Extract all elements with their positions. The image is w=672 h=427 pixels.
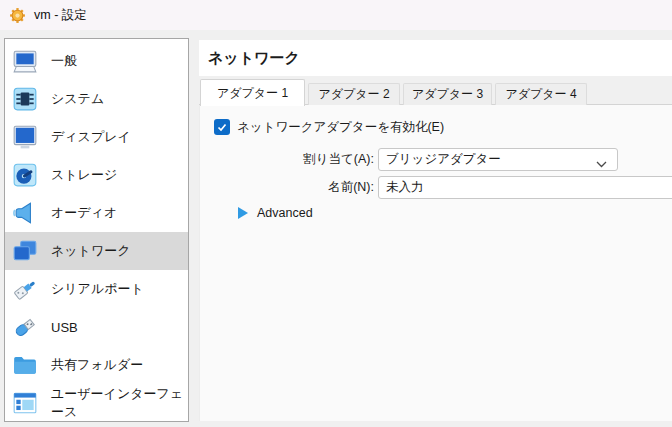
sidebar-item-network[interactable]: ネットワーク xyxy=(5,232,188,270)
window-title: vm - 設定 xyxy=(34,7,87,24)
audio-speaker-icon xyxy=(12,200,38,226)
system-chip-icon xyxy=(12,86,38,112)
name-value: 未入力 xyxy=(386,179,424,196)
enable-network-adapter-label: ネットワークアダプターを有効化(E) xyxy=(237,120,444,135)
sidebar-item-user-interface[interactable]: ユーザーインターフェース xyxy=(5,384,188,422)
advanced-label: Advanced xyxy=(257,206,313,220)
sidebar-item-label: ユーザーインターフェース xyxy=(51,385,188,421)
chevron-down-icon xyxy=(596,157,607,171)
attached-to-combobox[interactable]: ブリッジアダプター xyxy=(378,148,618,171)
advanced-expander[interactable]: Advanced xyxy=(238,204,313,222)
storage-disk-icon xyxy=(12,162,38,188)
sidebar-item-label: シリアルポート xyxy=(51,280,144,298)
tab-adapter-1[interactable]: アダプター 1 xyxy=(200,79,305,106)
tab-label: アダプター 4 xyxy=(505,86,576,103)
virtualbox-settings-gear-icon xyxy=(9,7,26,24)
sidebar-item-label: 一般 xyxy=(51,52,77,70)
attached-to-label: 割り当て(A): xyxy=(200,148,374,171)
adapter-tabbar: アダプター 1 アダプター 2 アダプター 3 アダプター 4 xyxy=(199,76,672,105)
sidebar-item-usb[interactable]: USB xyxy=(5,308,188,346)
attached-to-value: ブリッジアダプター xyxy=(386,151,501,168)
enable-network-adapter-checkbox[interactable] xyxy=(214,119,230,135)
sidebar-item-storage[interactable]: ストレージ xyxy=(5,156,188,194)
serial-port-plug-icon xyxy=(12,276,38,302)
sidebar-item-shared-folders[interactable]: 共有フォルダー xyxy=(5,346,188,384)
page-title-text: ネットワーク xyxy=(208,49,300,68)
name-label: 名前(N): xyxy=(200,176,374,199)
adapter1-panel: ネットワークアダプターを有効化(E) 割り当て(A): ブリッジアダプター 名前… xyxy=(199,105,672,421)
tab-label: アダプター 1 xyxy=(217,85,288,102)
sidebar-item-label: オーディオ xyxy=(51,204,117,222)
sidebar-item-general[interactable]: 一般 xyxy=(5,42,188,80)
general-monitor-icon xyxy=(12,48,38,74)
checkmark-icon xyxy=(216,121,228,133)
sidebar-item-label: ディスプレイ xyxy=(51,128,131,146)
sidebar-item-label: USB xyxy=(51,320,78,335)
sidebar-item-serial-ports[interactable]: シリアルポート xyxy=(5,270,188,308)
tab-label: アダプター 2 xyxy=(318,86,389,103)
sidebar-item-label: ネットワーク xyxy=(51,242,131,260)
usb-plug-icon xyxy=(12,314,38,340)
settings-category-list: 一般 システム ディスプレイ ストレージ オーディオ ネットワーク xyxy=(4,38,189,422)
window-titlebar: vm - 設定 xyxy=(0,0,672,30)
display-monitor-icon xyxy=(12,124,38,150)
expander-arrow-icon xyxy=(238,207,248,219)
tab-adapter-4[interactable]: アダプター 4 xyxy=(495,83,587,105)
tab-label: アダプター 3 xyxy=(412,86,483,103)
sidebar-item-display[interactable]: ディスプレイ xyxy=(5,118,188,156)
name-combobox[interactable]: 未入力 xyxy=(378,176,672,199)
sidebar-item-label: ストレージ xyxy=(51,166,117,184)
network-monitors-icon xyxy=(12,238,38,264)
page-title: ネットワーク xyxy=(199,40,672,76)
user-interface-window-icon xyxy=(12,390,38,416)
sidebar-item-label: 共有フォルダー xyxy=(51,356,143,374)
shared-folder-icon xyxy=(12,352,38,378)
sidebar-item-audio[interactable]: オーディオ xyxy=(5,194,188,232)
tab-adapter-3[interactable]: アダプター 3 xyxy=(403,83,492,105)
tab-adapter-2[interactable]: アダプター 2 xyxy=(308,83,400,105)
sidebar-item-system[interactable]: システム xyxy=(5,80,188,118)
sidebar-item-label: システム xyxy=(51,90,104,108)
